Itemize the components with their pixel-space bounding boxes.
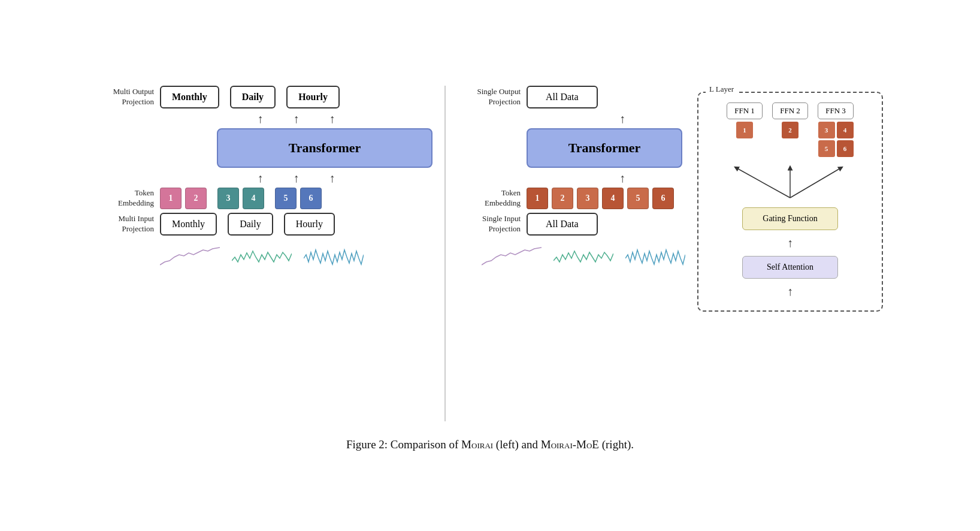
ffn2-t2: 2 [782,122,798,138]
all-data-output-wrapper: All Data [527,86,598,108]
token-r4: 4 [602,188,624,209]
ffn1-tokens: 1 [736,122,753,138]
arrow-bottom: ↑ [787,285,793,298]
token-3: 3 [217,188,239,209]
sparkline-r-monthly [482,244,542,274]
ffn3-t4: 4 [837,122,854,138]
ffn1-group: FFN 1 1 [727,102,763,157]
svg-line-0 [736,168,790,198]
sparkline-monthly [160,244,220,274]
arrow-up-3: ↑ [329,112,335,126]
diagrams-area: Multi OutputProjection Monthly Daily Hou… [24,86,956,421]
token-embedding-row-right: TokenEmbedding 1 2 3 4 5 6 [458,188,685,209]
moe-panel-label: L Layer [706,85,737,94]
input-daily: Daily [228,213,273,236]
moe-inner: FFN 1 1 FFN 2 2 FFN 3 [710,102,870,301]
ffn2-tokens: 2 [782,122,798,138]
ffn-row: FFN 1 1 FFN 2 2 FFN 3 [727,102,854,157]
sparkline-hourly [304,244,364,274]
self-attention-box: Self Attention [742,256,838,279]
token-r6: 6 [652,188,674,209]
token-2: 2 [185,188,207,209]
sparklines-left [160,244,364,274]
transformer-row-left: Transformer [97,128,432,168]
multi-input-label: Multi InputProjection [97,214,154,234]
ffn1-t1: 1 [736,122,753,138]
transformer-left: Transformer [217,128,432,168]
arrow-up-4: ↑ [258,171,264,185]
ffn3-t6: 6 [837,140,854,157]
left-diagram: Multi OutputProjection Monthly Daily Hou… [97,86,432,275]
arrow-from-transformer-right: ↑ [518,171,625,185]
ffn3-box: FFN 3 [818,102,854,119]
multi-output-label: Multi OutputProjection [97,87,154,107]
sparkline-r-hourly [625,244,685,274]
token-5: 5 [275,188,297,209]
ffn3-t5: 5 [818,140,835,157]
moe-arrows-svg [709,162,871,204]
token-embedding-row-left: TokenEmbedding 1 2 3 4 5 6 [97,188,432,209]
ffn3-tokens: 3 4 5 6 [818,122,854,157]
token-embedding-label-left: TokenEmbedding [97,188,154,209]
input-hourly: Hourly [284,213,335,236]
output-daily: Daily [230,86,276,108]
sparklines-row-left [97,240,432,274]
input-boxes-left: Monthly Daily Hourly [160,213,335,236]
output-monthly: Monthly [160,86,219,108]
all-data-output: All Data [527,86,598,108]
output-boxes: Monthly Daily Hourly [160,86,340,108]
vertical-divider [444,86,446,421]
token-groups-left: 1 2 3 4 5 6 [160,188,322,209]
caption-middle: (left) and [493,438,541,451]
caption-moirai-moe: Moirai-MoE [541,438,599,451]
right-diagram: Single OutputProjection All Data ↑ Trans… [458,86,685,275]
arrows-to-transformer-left: ↑ ↑ ↑ [195,112,335,126]
arrow-gating-to-attn: ↑ [787,236,793,250]
ffn1-box: FFN 1 [727,102,763,119]
arrow-up-1: ↑ [258,112,264,126]
caption-text: Figure 2: Comparison of [346,438,461,451]
sparklines-row-right [458,240,685,274]
arrow-up-6: ↑ [329,171,335,185]
output-projection-row: Multi OutputProjection Monthly Daily Hou… [97,86,432,108]
single-input-row: Single InputProjection All Data [458,213,685,236]
main-container: Multi OutputProjection Monthly Daily Hou… [0,74,980,457]
all-data-input: All Data [527,213,598,236]
gating-function-box: Gating Function [742,207,838,230]
single-output-label: Single OutputProjection [458,87,521,107]
ffn3-group: FFN 3 3 4 5 6 [818,102,854,157]
token-group-monthly: 1 2 [160,188,207,209]
token-r1: 1 [527,188,548,209]
sparkline-daily [232,244,292,274]
token-6: 6 [300,188,322,209]
arrows-from-transformer-left: ↑ ↑ ↑ [195,171,335,185]
token-group-daily: 3 4 [217,188,264,209]
single-input-label: Single InputProjection [458,214,521,234]
token-r3: 3 [577,188,598,209]
all-data-input-wrapper: All Data [527,213,598,236]
transformer-right: Transformer [527,128,682,168]
transformer-row-right: Transformer [458,128,685,168]
arrow-up-right-1: ↑ [619,112,625,126]
token-group-hourly: 5 6 [275,188,322,209]
ffn2-box: FFN 2 [772,102,808,119]
token-group-right: 1 2 3 4 5 6 [527,188,674,209]
arrow-up-5: ↑ [294,171,300,185]
token-1: 1 [160,188,182,209]
token-r5: 5 [627,188,649,209]
input-projection-row-left: Multi InputProjection Monthly Daily Hour… [97,213,432,236]
caption-moirai: Moirai [461,438,493,451]
moe-panel: L Layer FFN 1 1 FFN 2 2 [697,92,883,312]
input-monthly: Monthly [160,213,217,236]
sparkline-r-daily [553,244,613,274]
sparklines-right [482,244,685,274]
svg-line-2 [790,168,841,198]
ffn2-group: FFN 2 2 [772,102,808,157]
output-hourly: Hourly [286,86,340,108]
arrow-up-2: ↑ [294,112,300,126]
arrow-up-right-2: ↑ [619,171,625,185]
single-output-row: Single OutputProjection All Data [458,86,685,108]
figure-caption: Figure 2: Comparison of Moirai (left) an… [346,438,634,451]
caption-end: (right). [599,438,634,451]
token-embedding-label-right: TokenEmbedding [458,188,521,209]
